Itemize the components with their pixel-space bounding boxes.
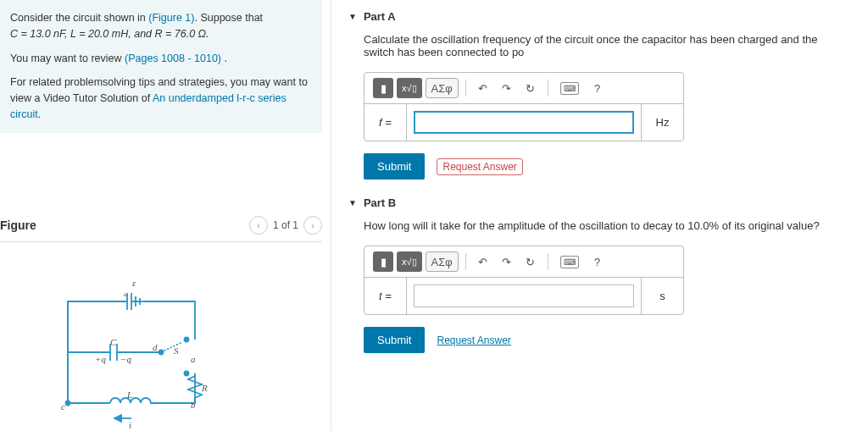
params: C = 13.0 nF, L = 20.0 mH, and R = 76.0 Ω… — [10, 28, 209, 40]
pager-next[interactable]: › — [303, 216, 322, 235]
svg-text:c: c — [61, 401, 65, 412]
answer-input-b[interactable] — [414, 285, 634, 307]
submit-button-a[interactable]: Submit — [364, 153, 425, 180]
svg-text:b: b — [191, 400, 196, 410]
reset-icon[interactable]: ↻ — [520, 78, 541, 98]
template-icon[interactable]: ▮ — [373, 251, 393, 272]
keyboard-icon[interactable]: ⌨ — [555, 251, 584, 272]
collapse-icon: ▼ — [348, 198, 357, 207]
greek-button[interactable]: ΑΣφ — [426, 251, 459, 272]
request-answer-a[interactable]: Request Answer — [437, 158, 522, 175]
part-a-title: Part A — [364, 10, 396, 23]
part-a-header[interactable]: ▼ Part A — [348, 10, 851, 23]
svg-text:+: + — [122, 290, 128, 300]
svg-text:R: R — [201, 383, 208, 393]
pager-prev[interactable]: ‹ — [249, 216, 268, 235]
part-b-desc: How long will it take for the amplitude … — [364, 219, 851, 232]
template-icon[interactable]: ▮ — [373, 78, 393, 98]
svg-text:L: L — [126, 390, 132, 400]
undo-icon[interactable]: ↶ — [473, 251, 493, 272]
var-label-a: f = — [364, 104, 407, 141]
intro-text: Consider the circuit shown in — [10, 12, 148, 24]
svg-text:+q: +q — [95, 354, 106, 364]
svg-text:d: d — [153, 342, 158, 352]
figure-pager: ‹ 1 of 1 › — [249, 216, 322, 235]
svg-text:ε: ε — [132, 278, 136, 288]
sqrt-icon[interactable]: x√▯ — [397, 78, 422, 98]
figure-link[interactable]: (Figure 1) — [148, 12, 194, 24]
svg-point-9 — [185, 371, 189, 375]
svg-text:S: S — [174, 345, 179, 356]
part-a-desc: Calculate the oscillation frequency of t… — [364, 33, 851, 58]
review-pages-link[interactable]: (Pages 1008 - 1010) — [125, 52, 221, 64]
part-b-header[interactable]: ▼ Part B — [348, 196, 851, 209]
greek-button[interactable]: ΑΣφ — [426, 78, 459, 98]
svg-text:a: a — [191, 354, 196, 364]
redo-icon[interactable]: ↷ — [497, 251, 517, 272]
sqrt-icon[interactable]: x√▯ — [397, 251, 422, 272]
undo-icon[interactable]: ↶ — [473, 78, 493, 98]
help-icon[interactable]: ? — [587, 251, 608, 272]
submit-button-b[interactable]: Submit — [364, 327, 425, 353]
redo-icon[interactable]: ↷ — [497, 78, 517, 98]
unit-label-b: s — [641, 278, 683, 314]
circuit-diagram: ε + C +q −q d S a R b L c i — [0, 242, 322, 432]
keyboard-icon[interactable]: ⌨ — [555, 78, 584, 98]
svg-text:i: i — [129, 420, 131, 428]
unit-label-a: Hz — [641, 104, 683, 141]
svg-text:C: C — [110, 337, 117, 347]
collapse-icon: ▼ — [348, 12, 357, 21]
problem-statement: Consider the circuit shown in (Figure 1)… — [0, 0, 322, 133]
figure-title: Figure — [0, 218, 36, 232]
answer-toolbar-b: ▮ x√▯ ΑΣφ ↶ ↷ ↻ ⌨ ? t = s — [364, 246, 684, 315]
part-b-title: Part B — [364, 196, 396, 209]
help-icon[interactable]: ? — [587, 78, 608, 98]
svg-point-12 — [66, 401, 70, 405]
answer-input-a[interactable] — [414, 111, 634, 134]
request-answer-b[interactable]: Request Answer — [437, 334, 510, 346]
svg-point-8 — [185, 337, 189, 341]
reset-icon[interactable]: ↻ — [520, 251, 541, 272]
answer-toolbar-a: ▮ x√▯ ΑΣφ ↶ ↷ ↻ ⌨ ? f = Hz — [364, 72, 684, 141]
pager-label: 1 of 1 — [273, 219, 298, 231]
svg-text:−q: −q — [120, 354, 131, 364]
var-label-b: t = — [364, 278, 407, 314]
